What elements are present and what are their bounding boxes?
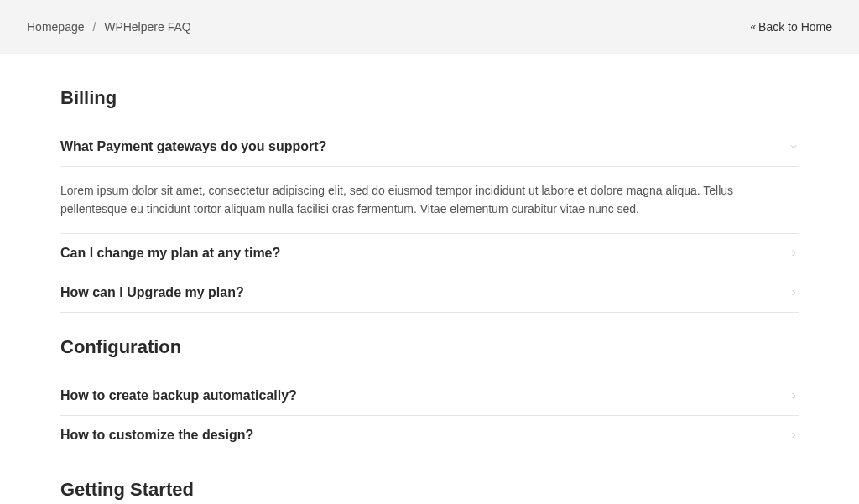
- breadcrumb-bar: Homepage / WPHelpere FAQ « Back to Home: [0, 0, 859, 54]
- breadcrumb-separator: /: [92, 20, 96, 34]
- breadcrumb: Homepage / WPHelpere FAQ: [27, 20, 191, 34]
- faq-question: How can I Upgrade my plan?: [60, 285, 244, 300]
- chevron-right-icon: [789, 288, 799, 298]
- back-link-label: Back to Home: [758, 20, 832, 34]
- faq-question: How to customize the design?: [60, 428, 253, 443]
- faq-question: Can I change my plan at any time?: [60, 246, 280, 261]
- faq-item: How to customize the design?: [60, 416, 799, 455]
- faq-toggle[interactable]: How to customize the design?: [60, 428, 799, 443]
- faq-section-configuration: Configuration How to create backup autom…: [60, 336, 799, 455]
- chevron-right-icon: [789, 391, 799, 401]
- main-content: Billing What Payment gateways do you sup…: [0, 54, 859, 504]
- faq-toggle[interactable]: Can I change my plan at any time?: [60, 246, 799, 261]
- chevron-down-icon: [789, 142, 799, 152]
- section-title: Getting Started: [60, 479, 799, 501]
- faq-item: How can I Upgrade my plan?: [60, 273, 799, 313]
- back-to-home-link[interactable]: « Back to Home: [750, 20, 832, 34]
- breadcrumb-current: WPHelpere FAQ: [104, 20, 190, 34]
- faq-item: How to create backup automatically?: [60, 377, 799, 416]
- section-title: Billing: [60, 87, 799, 109]
- faq-section-getting-started: Getting Started: [60, 479, 799, 501]
- section-title: Configuration: [60, 336, 799, 358]
- breadcrumb-home[interactable]: Homepage: [27, 20, 85, 34]
- faq-question: How to create backup automatically?: [60, 388, 297, 403]
- faq-item: Can I change my plan at any time?: [60, 234, 799, 273]
- faq-section-billing: Billing What Payment gateways do you sup…: [60, 87, 799, 313]
- faq-answer: Lorem ipsum dolor sit amet, consectetur …: [60, 166, 799, 221]
- chevron-right-icon: [789, 430, 799, 440]
- faq-toggle[interactable]: How to create backup automatically?: [60, 388, 799, 403]
- chevron-right-icon: [789, 248, 799, 258]
- faq-question: What Payment gateways do you support?: [60, 139, 326, 154]
- faq-toggle[interactable]: What Payment gateways do you support?: [60, 139, 799, 154]
- double-chevron-left-icon: «: [750, 21, 753, 33]
- faq-item: What Payment gateways do you support? Lo…: [60, 127, 799, 234]
- faq-toggle[interactable]: How can I Upgrade my plan?: [60, 285, 799, 300]
